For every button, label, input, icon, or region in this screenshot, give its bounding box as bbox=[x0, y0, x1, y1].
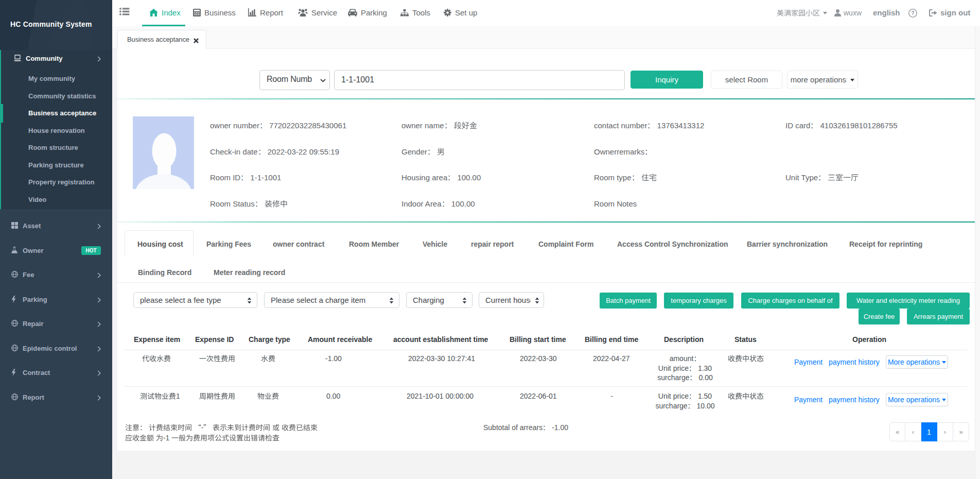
svg-text:?: ? bbox=[911, 10, 914, 16]
